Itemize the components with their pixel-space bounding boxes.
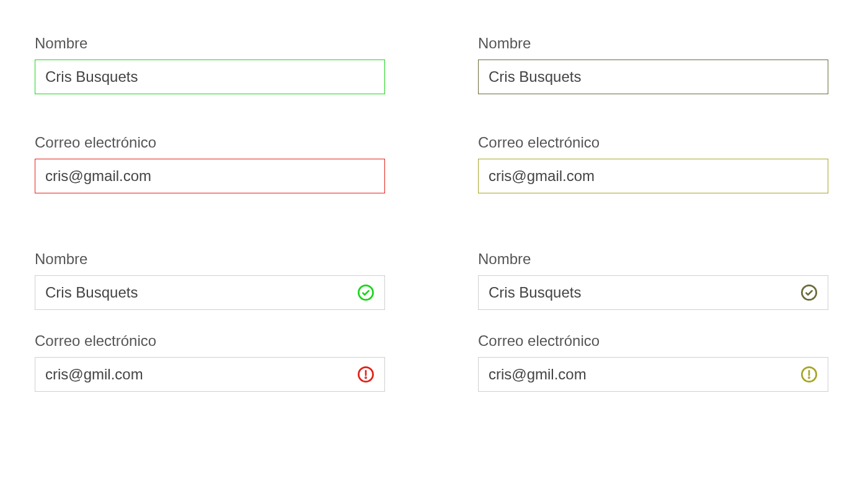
check-circle-icon bbox=[357, 284, 374, 301]
name-input-valid-icon-mono[interactable] bbox=[478, 275, 828, 310]
alert-circle-icon bbox=[800, 366, 818, 383]
email-input-error-colored[interactable] bbox=[35, 159, 385, 193]
check-circle-icon bbox=[800, 284, 818, 301]
field-group-name-colored-right: Nombre bbox=[478, 35, 828, 94]
alert-circle-icon bbox=[357, 366, 374, 383]
name-input[interactable] bbox=[489, 68, 818, 86]
email-input-error-icon-colored[interactable] bbox=[35, 357, 385, 392]
svg-point-4 bbox=[365, 378, 366, 378]
email-input[interactable] bbox=[489, 167, 818, 185]
email-input[interactable] bbox=[489, 366, 800, 383]
name-label: Nombre bbox=[478, 35, 828, 52]
field-group-email-colored-left: Correo electrónico bbox=[35, 134, 385, 193]
svg-point-7 bbox=[808, 378, 809, 378]
name-label: Nombre bbox=[35, 250, 385, 268]
name-input-valid-icon-colored[interactable] bbox=[35, 275, 385, 310]
name-input[interactable] bbox=[45, 68, 374, 86]
name-label: Nombre bbox=[35, 35, 385, 52]
field-group-email-colored-right: Correo electrónico bbox=[478, 134, 828, 193]
field-group-name-icon-left: Nombre bbox=[35, 250, 385, 310]
email-input-error-mono[interactable] bbox=[478, 159, 828, 193]
field-group-name-colored-left: Nombre bbox=[35, 35, 385, 94]
field-group-email-icon-right: Correo electrónico bbox=[478, 332, 828, 392]
name-input-valid-colored[interactable] bbox=[35, 60, 385, 94]
email-input[interactable] bbox=[45, 167, 374, 185]
email-label: Correo electrónico bbox=[35, 332, 385, 350]
email-input[interactable] bbox=[45, 366, 357, 383]
field-group-email-icon-left: Correo electrónico bbox=[35, 332, 385, 392]
email-input-error-icon-mono[interactable] bbox=[478, 357, 828, 392]
name-input[interactable] bbox=[45, 284, 357, 301]
name-label: Nombre bbox=[478, 250, 828, 268]
email-label: Correo electrónico bbox=[478, 134, 828, 151]
name-input[interactable] bbox=[489, 284, 800, 301]
email-label: Correo electrónico bbox=[478, 332, 828, 350]
name-input-valid-mono[interactable] bbox=[478, 60, 828, 94]
email-label: Correo electrónico bbox=[35, 134, 385, 151]
field-group-name-icon-right: Nombre bbox=[478, 250, 828, 310]
form-variants-grid: Nombre Nombre Correo electrónico Correo … bbox=[35, 35, 828, 414]
